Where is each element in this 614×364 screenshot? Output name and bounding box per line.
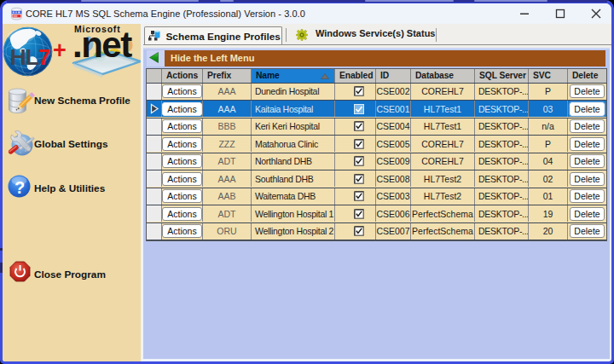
svg-text:?: ? [14,178,25,197]
svg-text:+: + [53,38,67,63]
svg-text:HL7: HL7 [10,44,50,70]
svg-text:.net: .net [72,25,132,65]
